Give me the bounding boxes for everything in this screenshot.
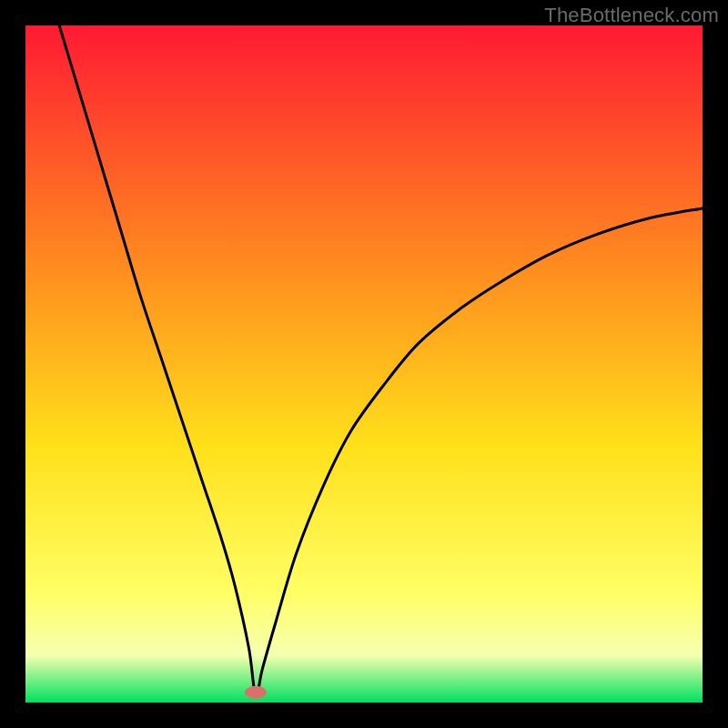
- bottleneck-chart: [25, 25, 703, 703]
- gradient-background: [25, 25, 703, 703]
- watermark-text: TheBottleneck.com: [544, 4, 719, 27]
- chart-frame: [25, 25, 703, 703]
- optimal-marker: [245, 686, 267, 699]
